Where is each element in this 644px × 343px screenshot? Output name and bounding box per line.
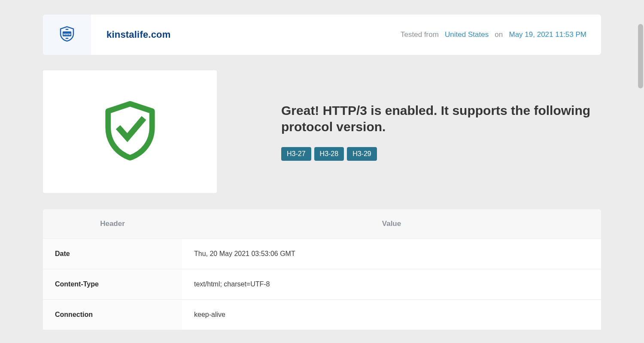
tested-info: Tested from United States on May 19, 202… xyxy=(401,30,601,39)
protocol-badge: H3-29 xyxy=(347,147,377,161)
table-row: Connection keep-alive xyxy=(43,300,601,330)
svg-rect-2 xyxy=(66,29,69,30)
header-name-cell: Date xyxy=(43,239,182,269)
protocol-badge: H3-27 xyxy=(281,147,311,161)
headers-table: Header Value Date Thu, 20 May 2021 03:53… xyxy=(43,209,601,330)
header-value-cell: text/html; charset=UTF-8 xyxy=(182,269,601,300)
page-container: WWW kinstalife.com Tested from United St… xyxy=(43,0,601,330)
result-heading: Great! HTTP/3 is enabled. It supports th… xyxy=(281,102,601,135)
site-logo-box: WWW xyxy=(43,15,91,55)
svg-rect-3 xyxy=(66,38,69,39)
header-value-cell: keep-alive xyxy=(182,300,601,330)
tested-from-label: Tested from xyxy=(401,30,439,39)
shield-check-icon xyxy=(103,101,158,162)
table-header-row: Header Value xyxy=(43,209,601,239)
tested-timestamp: May 19, 2021 11:53 PM xyxy=(509,30,586,39)
protocol-badge: H3-28 xyxy=(314,147,344,161)
result-row: Great! HTTP/3 is enabled. It supports th… xyxy=(43,70,601,193)
tested-location: United States xyxy=(445,30,489,39)
header-name-cell: Connection xyxy=(43,300,182,330)
table-row: Date Thu, 20 May 2021 03:53:06 GMT xyxy=(43,239,601,269)
header-value-cell: Thu, 20 May 2021 03:53:06 GMT xyxy=(182,239,601,269)
table-row: Content-Type text/html; charset=UTF-8 xyxy=(43,269,601,300)
status-card xyxy=(43,70,217,193)
tested-domain: kinstalife.com xyxy=(91,29,171,40)
headers-table-wrap: Header Value Date Thu, 20 May 2021 03:53… xyxy=(43,209,601,330)
svg-text:WWW: WWW xyxy=(63,33,71,36)
scrollbar-thumb[interactable] xyxy=(638,24,643,88)
column-header-name: Header xyxy=(43,209,182,239)
protocol-badges: H3-27 H3-28 H3-29 xyxy=(281,147,601,161)
tested-on-label: on xyxy=(495,30,503,39)
www-badge-icon: WWW xyxy=(58,25,76,44)
result-text-block: Great! HTTP/3 is enabled. It supports th… xyxy=(281,102,601,161)
header-name-cell: Content-Type xyxy=(43,269,182,300)
top-bar: WWW kinstalife.com Tested from United St… xyxy=(43,15,601,55)
column-header-value: Value xyxy=(182,209,601,239)
